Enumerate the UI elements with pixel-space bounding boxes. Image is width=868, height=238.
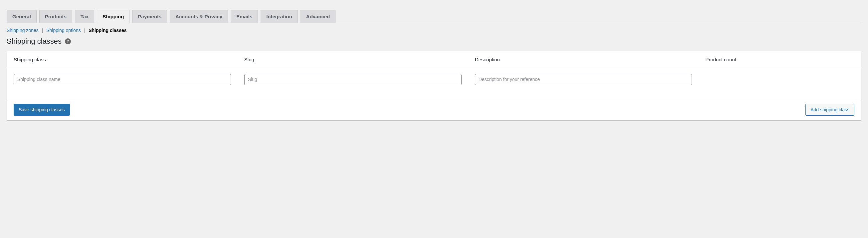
tab-general[interactable]: General — [7, 10, 37, 23]
subnav-shipping-zones[interactable]: Shipping zones — [7, 28, 39, 33]
tab-products[interactable]: Products — [39, 10, 72, 23]
table-row — [7, 68, 861, 99]
th-slug: Slug — [238, 51, 468, 68]
th-description: Description — [468, 51, 699, 68]
shipping-subnav: Shipping zones | Shipping options | Ship… — [7, 28, 861, 33]
tab-advanced[interactable]: Advanced — [301, 10, 336, 23]
th-product-count: Product count — [699, 51, 861, 68]
page-title: Shipping classes ? — [7, 37, 861, 46]
help-tip-icon[interactable]: ? — [65, 38, 71, 44]
page-title-text: Shipping classes — [7, 37, 62, 46]
save-shipping-classes-button[interactable]: Save shipping classes — [13, 104, 70, 116]
separator: | — [40, 28, 45, 33]
subnav-shipping-classes: Shipping classes — [89, 28, 126, 33]
tab-emails[interactable]: Emails — [230, 10, 258, 23]
tab-payments[interactable]: Payments — [132, 10, 167, 23]
slug-input[interactable] — [244, 74, 462, 85]
tab-shipping[interactable]: Shipping — [97, 10, 129, 23]
th-shipping-class: Shipping class — [7, 51, 238, 68]
description-input[interactable] — [475, 74, 692, 85]
shipping-class-name-input[interactable] — [13, 74, 231, 85]
product-count-cell — [699, 68, 861, 99]
subnav-shipping-options[interactable]: Shipping options — [46, 28, 81, 33]
settings-tabs: General Products Tax Shipping Payments A… — [7, 7, 861, 23]
tab-accounts-privacy[interactable]: Accounts & Privacy — [170, 10, 228, 23]
tab-tax[interactable]: Tax — [75, 10, 95, 23]
separator: | — [82, 28, 88, 33]
tab-integration[interactable]: Integration — [260, 10, 298, 23]
shipping-classes-table: Shipping class Slug Description Product … — [7, 51, 861, 121]
add-shipping-class-button[interactable]: Add shipping class — [805, 104, 855, 116]
